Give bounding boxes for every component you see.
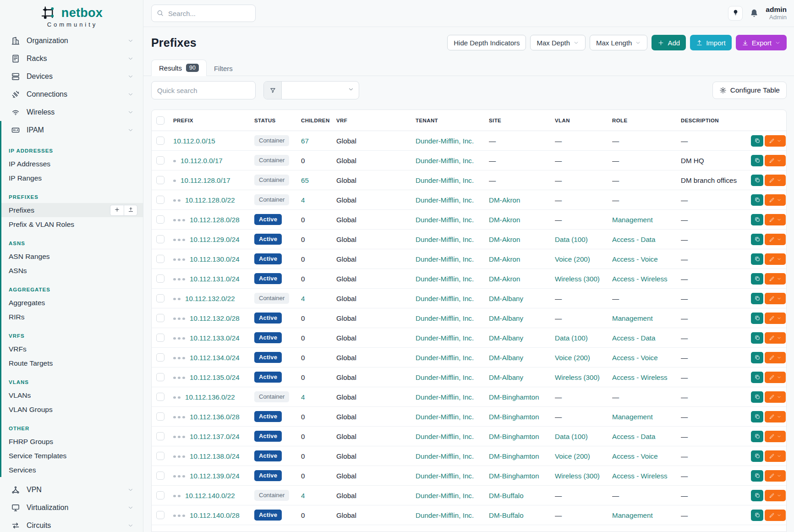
- vlan-link[interactable]: Data (100): [555, 236, 588, 243]
- prefix-link[interactable]: 10.112.140.0/28: [190, 511, 240, 519]
- site-link[interactable]: DM-Binghamton: [489, 433, 539, 440]
- clone-prefix-button[interactable]: [751, 253, 763, 265]
- prefixes-quick-import-button[interactable]: [124, 205, 137, 216]
- select-all-checkbox[interactable]: [156, 116, 164, 125]
- row-checkbox[interactable]: [156, 373, 164, 381]
- row-checkbox[interactable]: [156, 196, 164, 204]
- role-link[interactable]: Access - Data: [612, 236, 656, 243]
- row-checkbox[interactable]: [156, 314, 164, 322]
- prefix-link[interactable]: 10.112.136.0/28: [190, 413, 240, 421]
- tenant-link[interactable]: Dunder-Mifflin, Inc.: [416, 216, 474, 224]
- sidebar-item-connections[interactable]: Connections: [0, 85, 143, 103]
- edit-prefix-button[interactable]: [765, 214, 786, 225]
- max-depth-dropdown[interactable]: Max Depth: [530, 35, 586, 50]
- site-link[interactable]: DM-Albany: [489, 373, 523, 381]
- prefix-link[interactable]: 10.112.137.0/24: [190, 433, 240, 440]
- clone-prefix-button[interactable]: [751, 135, 763, 147]
- saved-filter-select[interactable]: [282, 82, 359, 99]
- tenant-link[interactable]: Dunder-Mifflin, Inc.: [416, 433, 474, 440]
- global-search-input[interactable]: [151, 5, 256, 22]
- column-header-description[interactable]: DESCRIPTION: [681, 110, 751, 131]
- sidebar-item-route-targets[interactable]: Route Targets: [1, 356, 143, 370]
- site-link[interactable]: DM-Albany: [489, 314, 523, 322]
- sidebar-item-vrfs[interactable]: VRFs: [1, 342, 143, 356]
- role-link[interactable]: Access - Voice: [612, 255, 658, 263]
- edit-prefix-button[interactable]: [765, 194, 786, 206]
- role-link[interactable]: Access - Wireless: [612, 275, 668, 283]
- prefixes-quick-add-button[interactable]: [110, 205, 124, 216]
- prefix-link[interactable]: 10.112.139.0/24: [190, 472, 240, 480]
- import-button[interactable]: Import: [690, 35, 732, 50]
- clone-prefix-button[interactable]: [751, 332, 763, 344]
- sidebar-item-vpn[interactable]: VPN: [0, 481, 143, 499]
- tenant-link[interactable]: Dunder-Mifflin, Inc.: [416, 157, 474, 165]
- site-link[interactable]: DM-Buffalo: [489, 511, 524, 519]
- prefix-link[interactable]: 10.112.0.0/17: [181, 157, 223, 165]
- row-checkbox[interactable]: [156, 491, 164, 499]
- site-link[interactable]: DM-Binghamton: [489, 393, 539, 401]
- tenant-link[interactable]: Dunder-Mifflin, Inc.: [416, 472, 474, 480]
- site-link[interactable]: DM-Binghamton: [489, 472, 539, 480]
- edit-prefix-button[interactable]: [765, 372, 786, 383]
- edit-prefix-button[interactable]: [765, 313, 786, 324]
- notifications-bell-icon[interactable]: [749, 8, 759, 18]
- tab-filters[interactable]: Filters: [207, 61, 240, 76]
- edit-prefix-button[interactable]: [765, 431, 786, 442]
- sidebar-item-wireless[interactable]: Wireless: [0, 103, 143, 121]
- vlan-link[interactable]: Data (100): [555, 334, 588, 342]
- prefix-link[interactable]: 10.112.128.0/28: [190, 216, 240, 224]
- clone-prefix-button[interactable]: [751, 372, 763, 383]
- configure-table-button[interactable]: Configure Table: [712, 82, 787, 99]
- sidebar-item-asn-ranges[interactable]: ASN Ranges: [1, 249, 143, 263]
- prefix-link[interactable]: 10.112.128.0/17: [181, 176, 230, 184]
- children-count-link[interactable]: 4: [301, 295, 305, 302]
- edit-prefix-button[interactable]: [765, 175, 786, 186]
- clone-prefix-button[interactable]: [751, 313, 763, 324]
- tenant-link[interactable]: Dunder-Mifflin, Inc.: [416, 196, 474, 204]
- vlan-link[interactable]: Wireless (300): [555, 373, 600, 381]
- vlan-link[interactable]: Wireless (300): [555, 275, 600, 283]
- clone-prefix-button[interactable]: [751, 510, 763, 521]
- clone-prefix-button[interactable]: [751, 293, 763, 304]
- prefix-link[interactable]: 10.112.132.0/28: [190, 314, 240, 322]
- column-header-tenant[interactable]: TENANT: [416, 110, 489, 131]
- row-checkbox[interactable]: [156, 255, 164, 263]
- sidebar-item-vlans[interactable]: VLANs: [1, 388, 143, 402]
- column-header-children[interactable]: CHILDREN: [301, 110, 336, 131]
- edit-prefix-button[interactable]: [765, 253, 786, 265]
- edit-prefix-button[interactable]: [765, 135, 786, 147]
- tenant-link[interactable]: Dunder-Mifflin, Inc.: [416, 275, 474, 283]
- column-header-status[interactable]: STATUS: [254, 110, 301, 131]
- prefix-link[interactable]: 10.112.131.0/24: [190, 275, 240, 283]
- site-link[interactable]: DM-Binghamton: [489, 413, 539, 421]
- role-link[interactable]: Management: [612, 314, 653, 322]
- row-checkbox[interactable]: [156, 452, 164, 460]
- prefix-link[interactable]: 10.112.140.0/22: [185, 492, 235, 499]
- sidebar-item-ipam[interactable]: IPAM: [1, 121, 143, 139]
- tenant-link[interactable]: Dunder-Mifflin, Inc.: [416, 511, 474, 519]
- tenant-link[interactable]: Dunder-Mifflin, Inc.: [416, 334, 474, 342]
- clone-prefix-button[interactable]: [751, 411, 763, 422]
- prefix-link[interactable]: 10.112.133.0/24: [190, 334, 240, 342]
- role-link[interactable]: Access - Voice: [612, 452, 658, 460]
- site-link[interactable]: DM-Binghamton: [489, 452, 539, 460]
- role-link[interactable]: Management: [612, 216, 653, 224]
- row-checkbox[interactable]: [156, 215, 164, 224]
- role-link[interactable]: Access - Data: [612, 334, 656, 342]
- site-link[interactable]: DM-Akron: [489, 275, 520, 283]
- clone-prefix-button[interactable]: [751, 194, 763, 206]
- role-link[interactable]: Access - Voice: [612, 354, 658, 362]
- site-link[interactable]: DM-Akron: [489, 216, 520, 224]
- tenant-link[interactable]: Dunder-Mifflin, Inc.: [416, 354, 474, 362]
- sidebar-item-services[interactable]: Services: [1, 463, 143, 477]
- clone-prefix-button[interactable]: [751, 490, 763, 501]
- vlan-link[interactable]: Voice (200): [555, 354, 590, 362]
- tenant-link[interactable]: Dunder-Mifflin, Inc.: [416, 314, 474, 322]
- edit-prefix-button[interactable]: [765, 470, 786, 482]
- tenant-link[interactable]: Dunder-Mifflin, Inc.: [416, 236, 474, 243]
- sidebar-item-prefix-vlan-roles[interactable]: Prefix & VLAN Roles: [1, 217, 143, 231]
- sidebar-item-asns[interactable]: ASNs: [1, 263, 143, 278]
- vlan-link[interactable]: Voice (200): [555, 255, 590, 263]
- edit-prefix-button[interactable]: [765, 510, 786, 521]
- prefix-link[interactable]: 10.112.128.0/22: [185, 196, 235, 204]
